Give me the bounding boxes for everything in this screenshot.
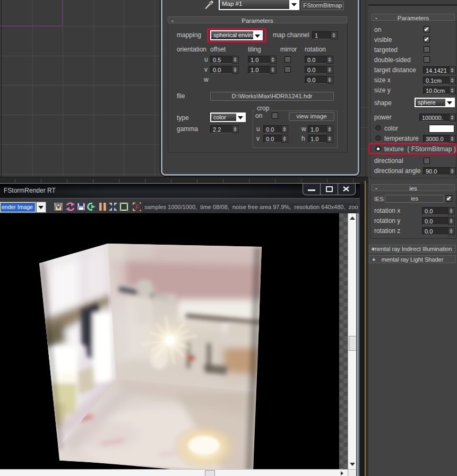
svg-text:F: F bbox=[135, 204, 139, 210]
